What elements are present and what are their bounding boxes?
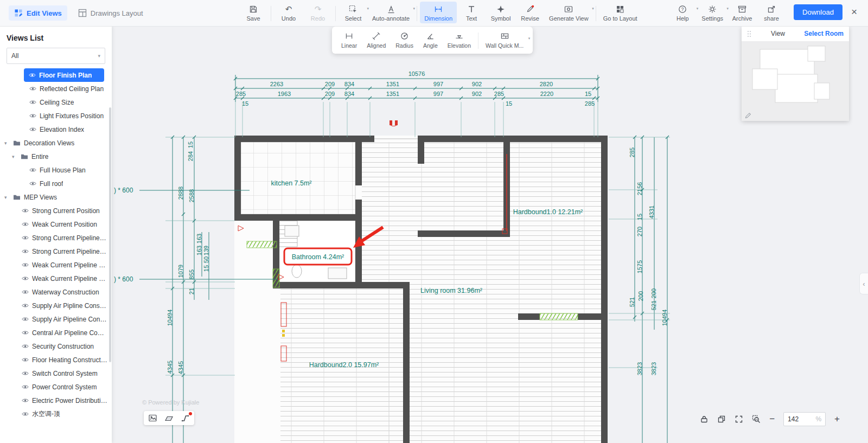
dim-label: 50 [203,256,209,263]
minimap-pencil-icon[interactable] [744,112,751,119]
edit-views-tab[interactable]: Edit Views [9,5,67,21]
dim-label: 285 [629,147,635,157]
generate-view-button[interactable]: Generate View ▾ [545,2,593,23]
tile-size-label: ) * 600 [114,187,133,194]
material-board-button[interactable] [148,414,157,422]
pipeline-tool-button[interactable] [181,414,190,422]
linear-dimension-button[interactable]: Linear [336,30,362,50]
fit-screen-icon[interactable] [735,415,743,423]
angle-dimension-icon [426,32,435,40]
close-icon[interactable]: × [847,6,861,18]
sidebar-item-weak-current-pipeline-2[interactable]: Weak Current Pipeline Co... [0,272,112,285]
dim-label: 3823 [636,362,643,375]
sidebar-scrollbar[interactable] [109,107,111,362]
sidebar-folder-decoration-views[interactable]: ▾ Decoration Views [0,136,112,150]
share-button[interactable]: share [757,2,786,23]
dim-label: 1351 [386,91,399,97]
sidebar-item-strong-current-pipeline-2[interactable]: Strong Current Pipeline C... [0,245,112,258]
view-label: Security Construction [32,343,94,350]
symbol-button[interactable]: Symbol [486,2,515,23]
dim-label: 4345 [167,361,173,374]
view-label: Strong Current Position [32,207,100,215]
sidebar-item-strong-current-pipeline-1[interactable]: Strong Current Pipeline C... [0,231,112,245]
bathroom-fixture [285,226,299,236]
save-button[interactable]: Save [239,2,268,23]
zoom-out-button[interactable]: − [769,415,775,423]
archive-button[interactable]: Archive [727,2,757,23]
folder-label: Decoration Views [24,139,74,147]
sidebar-item-water-ac-ceiling[interactable]: 水空调-顶 [0,407,112,421]
select-icon [349,5,358,14]
wall-quick-measure-button[interactable]: Wall Quick M... ▾ [481,30,528,50]
sidebar-item-elevation-index[interactable]: Elevation Index [0,123,112,136]
sidebar-item-security-construction[interactable]: Security Construction [0,339,112,353]
text-button[interactable]: Text [457,2,486,23]
sidebar-item-light-fixtures-position[interactable]: Light Fixtures Position [0,109,112,123]
drag-handle-icon[interactable] [747,30,751,37]
sidebar-item-reflected-ceiling-plan[interactable]: Reflected Ceiling Plan [0,82,112,95]
collapse-panel-button[interactable]: ‹ [859,273,868,294]
dim-label: 1575 [636,260,643,273]
aligned-dimension-button[interactable]: Aligned [362,30,391,50]
drawings-layout-tab[interactable]: Drawings Layout [78,9,143,17]
sidebar-item-floor-heating-construction[interactable]: Floor Heating Construction [0,353,112,367]
tab-select-room[interactable]: Select Room [804,30,844,37]
sidebar-item-weak-current-position[interactable]: Weak Current Position [0,217,112,231]
zoom-level-input[interactable]: 142 % [783,412,826,426]
views-filter-dropdown[interactable]: All ▾ [7,48,105,64]
auto-annotate-button[interactable]: Auto-annotate ▾ [368,2,414,23]
view-label: 水空调-顶 [32,409,60,419]
radius-dimension-button[interactable]: Radius [391,30,418,50]
sidebar-item-electric-power-distribution[interactable]: Electric Power Distribution [0,394,112,407]
sidebar-item-ceiling-size[interactable]: Ceiling Size [0,95,112,109]
lock-icon[interactable] [700,415,709,423]
drawing-canvas[interactable]: 10576 2263 209 834 1351 997 902 2820 285… [112,26,868,443]
view-label: Central Air Pipeline Constr... [32,329,107,337]
toolbar-separator [596,6,596,21]
sidebar-item-supply-air-pipeline-1[interactable]: Supply Air Pipline Constru... [0,299,112,312]
sidebar-item-supply-air-pipeline-2[interactable]: Supply Air Pipeline Constr... [0,312,112,326]
sidebar-item-power-control-system[interactable]: Power Control System [0,380,112,394]
sidebar-item-switch-control-system[interactable]: Switch Control System [0,367,112,380]
view-icon [29,85,36,92]
dimension-button[interactable]: Dimension [420,2,457,23]
minimap-viewport[interactable] [742,42,849,121]
view-icon [22,356,29,363]
dim-label: 209 [325,81,335,87]
help-button[interactable]: ? Help ▾ [668,2,697,23]
floor-fill-button[interactable] [164,414,174,422]
redo-button[interactable]: ↷ Redo [303,2,333,23]
sidebar-item-weak-current-pipeline-1[interactable]: Weak Current Pipeline co... [0,258,112,272]
text-label: Text [466,15,477,22]
duplicate-view-icon[interactable] [717,415,726,423]
revise-button[interactable]: Revise [515,2,545,23]
zoom-area-icon[interactable] [752,415,761,423]
go-to-layout-button[interactable]: Go to Layout [599,2,642,23]
view-icon [22,410,29,418]
settings-button[interactable]: Settings ▾ [697,2,727,23]
dim-label: 2156 [636,182,643,195]
elevation-dimension-button[interactable]: Elevation [443,30,476,50]
undo-icon: ↶ [285,5,292,14]
sidebar-item-waterway-construction[interactable]: Waterway Construction [0,285,112,299]
sidebar-folder-mep-views[interactable]: ▾ MEP Views [0,190,112,204]
sidebar-item-full-roof[interactable]: Full roof [0,177,112,190]
dim-label: 270 [636,227,643,236]
download-button[interactable]: Download [794,4,843,20]
sidebar-folder-entire[interactable]: ▾ Entire [0,150,112,163]
view-icon [22,329,29,336]
sidebar-item-floor-finish-plan[interactable]: Floor Finish Plan [24,68,104,82]
select-button[interactable]: Select ▾ [339,2,368,23]
sidebar-item-strong-current-position[interactable]: Strong Current Position [0,204,112,217]
canvas-mini-toolbar [144,411,194,425]
view-label: Supply Air Pipline Constru... [32,302,107,310]
sidebar-item-full-house-plan[interactable]: Full House Plan [0,163,112,177]
angle-dimension-button[interactable]: Angle [418,30,443,50]
undo-button[interactable]: ↶ Undo [274,2,303,23]
folder-icon [21,153,28,160]
topbar-right: ? Help ▾ Settings ▾ Archive share Downlo… [668,0,868,23]
sidebar-item-central-air-pipeline[interactable]: Central Air Pipeline Constr... [0,326,112,339]
kitchen-floor [241,142,355,214]
tab-view[interactable]: View [771,30,785,37]
zoom-in-button[interactable]: + [834,415,840,423]
